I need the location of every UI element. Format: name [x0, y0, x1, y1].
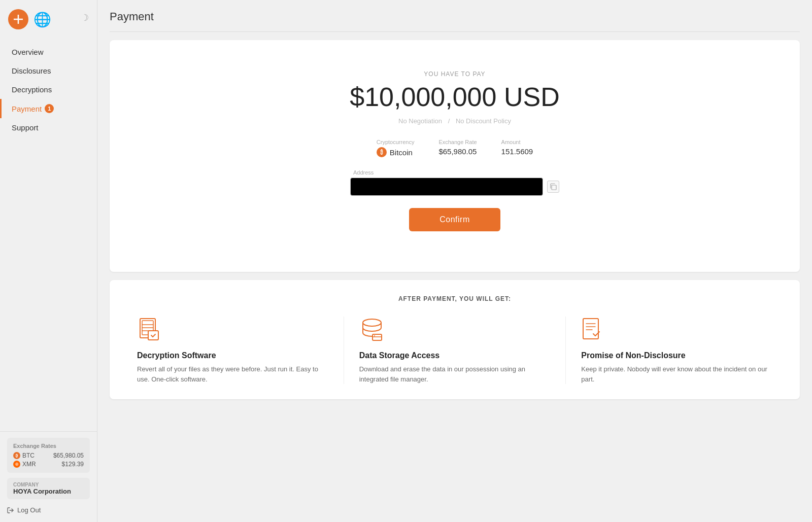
- rate-value: $65,980.05: [438, 147, 477, 156]
- benefits-grid: Decryption Software Revert all of your f…: [122, 317, 788, 384]
- sidebar-nav: Overview Disclosures Decryptions Payment…: [0, 39, 97, 431]
- non-disclosure-icon: [581, 317, 772, 345]
- currency-value: ₿ Bitcoin: [377, 147, 413, 157]
- svg-point-9: [374, 335, 375, 336]
- page-header: Payment: [110, 10, 800, 23]
- exchange-rate-col: Exchange Rate $65,980.05: [438, 139, 477, 157]
- pay-policy: No Negotiation / No Discount Policy: [120, 117, 790, 125]
- benefit-data-storage: Data Storage Access Download and erase t…: [344, 317, 566, 384]
- xmr-rate-row: ◎ XMR $129.39: [13, 461, 84, 468]
- xmr-icon: ◎: [13, 461, 20, 468]
- data-storage-desc: Download and erase the data in our posse…: [359, 364, 551, 384]
- benefit-non-disclosure: Promise of Non-Disclosure Keep it privat…: [566, 317, 788, 384]
- logout-icon: [7, 507, 14, 514]
- bitcoin-icon: ₿: [377, 147, 387, 157]
- pay-label: YOU HAVE TO PAY: [120, 71, 790, 78]
- non-disclosure-title: Promise of Non-Disclosure: [581, 351, 772, 360]
- btc-rate-row: ₿ BTC $65,980.05: [13, 452, 84, 459]
- svg-rect-8: [373, 334, 382, 340]
- after-payment-card: AFTER PAYMENT, YOU WILL GET: Decryption …: [110, 280, 800, 399]
- sidebar-item-disclosures[interactable]: Disclosures: [0, 61, 97, 80]
- svg-rect-10: [583, 319, 598, 339]
- sidebar-item-decryptions[interactable]: Decryptions: [0, 80, 97, 99]
- globe-icon: 🌐: [33, 11, 51, 28]
- data-storage-title: Data Storage Access: [359, 351, 551, 360]
- svg-rect-3: [552, 185, 556, 190]
- policy-separator: /: [448, 117, 452, 125]
- amount-value: 151.5609: [501, 147, 533, 156]
- payment-badge: 1: [45, 104, 54, 113]
- pay-amount: $10,000,000 USD: [120, 82, 790, 112]
- copy-button[interactable]: [547, 181, 559, 193]
- decryption-icon: [137, 317, 328, 345]
- no-discount-text: No Discount Policy: [456, 117, 511, 125]
- page-title: Payment: [110, 10, 800, 23]
- xmr-label: XMR: [22, 461, 36, 468]
- decryption-title: Decryption Software: [137, 351, 328, 360]
- rate-label: Exchange Rate: [438, 139, 477, 145]
- sidebar-item-payment[interactable]: Payment 1: [0, 99, 97, 118]
- address-label: Address: [353, 169, 556, 176]
- non-disclosure-desc: Keep it private. Nobody will ever know a…: [581, 364, 772, 384]
- logo-icon: [8, 9, 28, 29]
- logout-button[interactable]: Log Out: [7, 504, 90, 516]
- page-divider: [110, 31, 800, 32]
- company-section: Company HOYA Corporation: [7, 478, 90, 499]
- address-field-row: [120, 178, 790, 196]
- sidebar-bottom: Exchange Rates ₿ BTC $65,980.05 ◎ XMR $1…: [0, 431, 97, 522]
- crypto-info: Cryptocurrency ₿ Bitcoin Exchange Rate $…: [120, 139, 790, 157]
- btc-rate: $65,980.05: [53, 452, 84, 459]
- xmr-rate: $129.39: [62, 461, 84, 468]
- exchange-rates-section: Exchange Rates ₿ BTC $65,980.05 ◎ XMR $1…: [7, 438, 90, 473]
- no-negotiation-text: No Negotiation: [398, 117, 442, 125]
- confirm-button[interactable]: Confirm: [409, 208, 500, 231]
- address-field: [350, 178, 543, 196]
- address-section: Address: [120, 169, 790, 196]
- currency-label: Cryptocurrency: [377, 139, 415, 145]
- bitcoin-name: Bitcoin: [390, 148, 413, 157]
- company-label: Company: [13, 482, 84, 488]
- company-name: HOYA Corporation: [13, 488, 84, 495]
- svg-rect-6: [148, 331, 158, 340]
- logout-label: Log Out: [17, 506, 41, 514]
- sidebar-item-support[interactable]: Support: [0, 118, 97, 137]
- after-payment-title: AFTER PAYMENT, YOU WILL GET:: [122, 295, 788, 302]
- exchange-rates-title: Exchange Rates: [13, 443, 84, 449]
- copy-icon: [550, 183, 557, 190]
- main-content: Payment YOU HAVE TO PAY $10,000,000 USD …: [97, 0, 812, 522]
- benefit-decryption: Decryption Software Revert all of your f…: [122, 317, 344, 384]
- theme-toggle-icon[interactable]: ☽: [81, 12, 89, 23]
- decryption-desc: Revert all of your files as they were be…: [137, 364, 328, 384]
- btc-label: BTC: [22, 452, 35, 459]
- sidebar: 🌐 ☽ Overview Disclosures Decryptions Pay…: [0, 0, 97, 522]
- payment-card: YOU HAVE TO PAY $10,000,000 USD No Negot…: [110, 40, 800, 272]
- btc-icon: ₿: [13, 452, 20, 459]
- crypto-currency-col: Cryptocurrency ₿ Bitcoin: [377, 139, 415, 157]
- amount-label: Amount: [501, 139, 521, 145]
- svg-point-7: [363, 319, 381, 326]
- amount-col: Amount 151.5609: [501, 139, 533, 157]
- data-storage-icon: [359, 317, 551, 345]
- sidebar-item-overview[interactable]: Overview: [0, 43, 97, 61]
